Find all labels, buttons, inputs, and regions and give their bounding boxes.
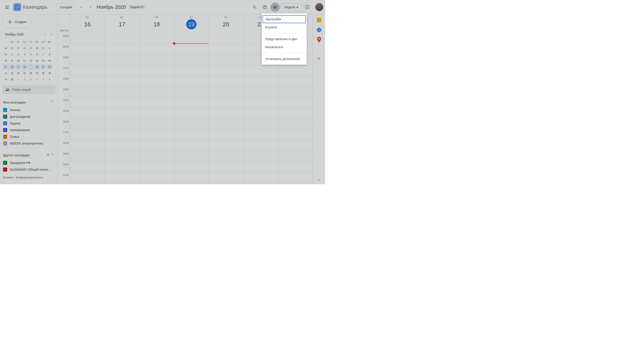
calendar-checkbox[interactable]: ✓: [3, 142, 7, 146]
calendar-checkbox[interactable]: ✓: [3, 135, 7, 139]
mini-day[interactable]: 2: [9, 51, 15, 58]
calendar-checkbox[interactable]: ✓: [3, 108, 7, 112]
mini-day[interactable]: 20: [34, 64, 40, 70]
user-avatar[interactable]: [315, 3, 323, 11]
mini-day[interactable]: 16: [9, 64, 15, 70]
mini-day[interactable]: 9: [9, 58, 15, 64]
mini-day[interactable]: 1: [15, 76, 22, 82]
search-button[interactable]: [250, 3, 259, 12]
mini-day[interactable]: 24: [15, 70, 22, 76]
logo[interactable]: 19 Календарь: [14, 3, 48, 11]
mini-day[interactable]: 28: [40, 70, 47, 76]
mini-day[interactable]: 29: [47, 70, 53, 76]
main-menu-button[interactable]: [2, 2, 13, 12]
day-column[interactable]: [174, 33, 208, 184]
mini-day[interactable]: 26: [28, 70, 34, 76]
mini-day[interactable]: 22: [47, 64, 53, 70]
calendar-item[interactable]: ✓ Семья: [3, 134, 55, 140]
mini-day[interactable]: 8: [47, 51, 53, 58]
mini-day[interactable]: 21: [40, 64, 47, 70]
calendar-item[interactable]: ✓ Задачи: [3, 120, 55, 127]
mini-day[interactable]: 11: [22, 58, 28, 64]
menu-item[interactable]: Настройки: [262, 15, 306, 23]
mini-day[interactable]: 3: [15, 51, 22, 58]
day-column[interactable]: [105, 33, 139, 184]
menu-item[interactable]: Представление и цвет: [262, 35, 307, 43]
mini-day[interactable]: 10: [15, 58, 22, 64]
day-header[interactable]: ПН 16: [70, 14, 105, 33]
other-calendars-toggle[interactable]: Другие календари + ⌃: [3, 151, 55, 160]
mini-day[interactable]: 6: [34, 51, 40, 58]
mini-day[interactable]: 12: [28, 58, 34, 64]
collapse-panel-button[interactable]: ›: [318, 177, 320, 182]
calendar-checkbox[interactable]: ✓: [3, 121, 7, 125]
mini-day[interactable]: 15: [47, 58, 53, 64]
calendar-item[interactable]: ✓ WEEEK (мероприятия): [3, 140, 55, 147]
time-label: 08:00: [57, 35, 70, 46]
calendar-item[interactable]: ✓ Личное: [3, 106, 55, 113]
mini-day[interactable]: 4: [22, 51, 28, 58]
day-column[interactable]: [139, 33, 174, 184]
day-header[interactable]: СР 18: [139, 14, 174, 33]
mini-day[interactable]: 1: [47, 45, 53, 51]
calendar-checkbox[interactable]: ✓: [3, 115, 7, 119]
calendar-item[interactable]: ✓ GoGlobal#5 (Общий кален…: [3, 166, 55, 173]
mini-day[interactable]: 18: [22, 64, 28, 70]
google-apps-button[interactable]: [303, 2, 312, 12]
terms-link[interactable]: Условия: [3, 176, 13, 179]
help-button[interactable]: [260, 3, 269, 12]
prev-week-button[interactable]: ‹: [78, 4, 85, 11]
mini-day[interactable]: 4: [34, 76, 40, 82]
next-week-button[interactable]: ›: [87, 4, 94, 11]
maps-icon[interactable]: [317, 38, 321, 42]
mini-day[interactable]: 13: [34, 58, 40, 64]
my-calendars-toggle[interactable]: Мои календари ⌃: [3, 98, 55, 106]
day-header[interactable]: ЧТ 19: [174, 14, 208, 33]
mini-next-button[interactable]: ›: [49, 32, 54, 37]
tasks-icon[interactable]: ✓: [317, 28, 321, 32]
day-header[interactable]: ПТ 20: [208, 14, 243, 33]
mini-day[interactable]: 29: [28, 45, 34, 51]
mini-day[interactable]: 31: [40, 45, 47, 51]
add-calendar-button[interactable]: +: [47, 152, 49, 158]
day-header[interactable]: ВТ 17: [105, 14, 139, 33]
mini-day[interactable]: 7: [40, 51, 47, 58]
menu-item[interactable]: Корзина: [262, 23, 307, 31]
mini-day[interactable]: 23: [9, 70, 15, 76]
mini-prev-button[interactable]: ‹: [43, 32, 48, 37]
mini-day[interactable]: 5: [28, 51, 34, 58]
mini-day[interactable]: 19: [28, 64, 34, 70]
settings-button[interactable]: [271, 3, 279, 12]
mini-day[interactable]: 27: [34, 70, 40, 76]
mini-day[interactable]: 30: [9, 76, 15, 82]
mini-day[interactable]: 5: [40, 76, 47, 82]
day-column[interactable]: [70, 33, 105, 184]
calendar-checkbox[interactable]: ✓: [3, 128, 7, 132]
day-column[interactable]: [208, 33, 243, 184]
today-button[interactable]: Сегодня: [57, 3, 75, 11]
view-switcher-button[interactable]: Неделя ▾: [281, 3, 301, 11]
privacy-link[interactable]: Конфиденциальность: [16, 176, 43, 179]
mini-day[interactable]: 27: [15, 45, 22, 51]
mini-day[interactable]: 25: [22, 70, 28, 76]
menu-item[interactable]: Установить дополнения: [262, 55, 307, 63]
create-button[interactable]: Создать: [3, 16, 31, 28]
mini-day[interactable]: 14: [40, 58, 47, 64]
calendar-item[interactable]: ✓ Праздники РФ: [3, 160, 55, 166]
mini-day[interactable]: 17: [15, 64, 22, 70]
mini-day[interactable]: 30: [34, 45, 40, 51]
time-label: 21:00: [57, 174, 70, 184]
mini-day[interactable]: 3: [28, 76, 34, 82]
mini-day[interactable]: 26: [9, 45, 15, 51]
mini-day[interactable]: 2: [22, 76, 28, 82]
keep-icon[interactable]: [317, 18, 321, 22]
mini-day[interactable]: 28: [22, 45, 28, 51]
addons-button[interactable]: +: [318, 56, 320, 61]
calendar-item[interactable]: ✓ Напоминания: [3, 127, 55, 134]
mini-day[interactable]: 6: [47, 76, 53, 82]
menu-item[interactable]: Распечатать: [262, 43, 307, 51]
calendar-item[interactable]: ✓ Дни рождения: [3, 113, 55, 120]
calendar-checkbox[interactable]: ✓: [3, 161, 7, 165]
search-people-input[interactable]: Поиск людей: [3, 85, 55, 94]
calendar-checkbox[interactable]: ✓: [3, 168, 7, 172]
